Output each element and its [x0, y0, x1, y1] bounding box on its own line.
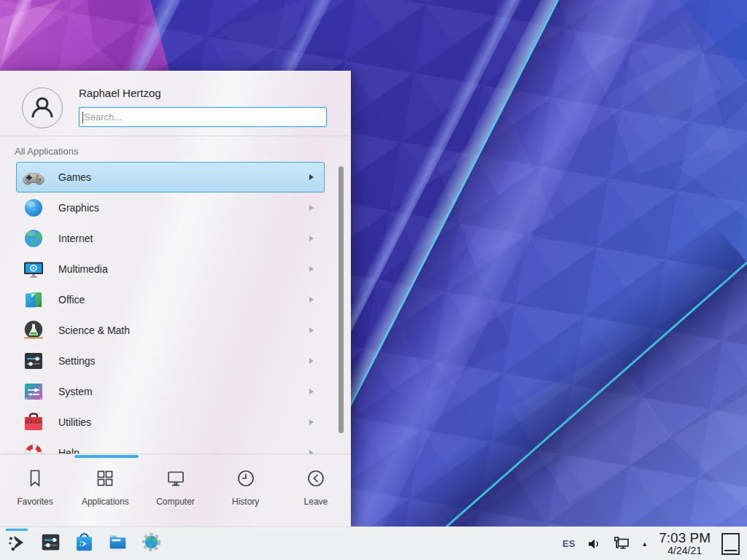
web-browser-button[interactable] — [140, 532, 162, 556]
shopping-bag-icon — [74, 531, 95, 556]
category-label: Games — [58, 171, 91, 183]
submenu-arrow-icon — [309, 419, 314, 425]
kickoff-icon — [7, 532, 27, 556]
footer-divider — [0, 454, 351, 454]
category-help[interactable]: Help — [16, 438, 325, 454]
keyboard-layout-indicator[interactable]: ES — [562, 538, 575, 549]
header-divider — [0, 136, 351, 136]
tab-label: Computer — [156, 497, 195, 507]
submenu-arrow-icon — [309, 205, 314, 211]
tab-label: History — [232, 497, 259, 507]
system-settings-button[interactable] — [39, 532, 61, 556]
category-science-math[interactable]: Science & Math — [16, 315, 325, 346]
text-cursor — [82, 112, 83, 123]
globe-gear-icon — [141, 532, 162, 556]
application-launcher-menu: Raphael Hertzog All Applications — [0, 71, 351, 526]
file-manager-button[interactable] — [107, 532, 128, 556]
taskbar: ES ▲ 7:03 PM 4/24/21 — [0, 526, 747, 560]
category-list: Games Graphics — [0, 162, 351, 454]
tab-applications[interactable]: Applications — [70, 468, 140, 526]
submenu-arrow-icon — [309, 174, 314, 180]
category-games[interactable]: Games — [16, 162, 325, 192]
submenu-arrow-icon — [309, 266, 314, 272]
bookmark-icon — [25, 468, 45, 491]
category-multimedia[interactable]: Multimedia — [16, 254, 325, 284]
system-icon — [22, 380, 45, 403]
category-label: Office — [58, 294, 85, 306]
section-label: All Applications — [15, 146, 78, 157]
leave-icon — [306, 468, 326, 491]
category-label: Graphics — [58, 202, 99, 214]
history-icon — [236, 468, 256, 491]
grid-icon — [95, 468, 115, 491]
computer-icon — [166, 468, 186, 491]
submenu-arrow-icon — [309, 297, 314, 303]
system-tray: ES ▲ 7:03 PM 4/24/21 — [562, 531, 740, 556]
submenu-arrow-icon — [309, 389, 314, 394]
desktop: Raphael Hertzog All Applications — [0, 0, 747, 560]
tab-label: Favorites — [17, 497, 53, 507]
application-launcher-button[interactable] — [6, 532, 28, 556]
multimedia-icon — [22, 257, 45, 281]
category-label: System — [58, 386, 93, 397]
category-label: Multimedia — [58, 263, 108, 275]
science-icon — [22, 319, 45, 342]
launcher-tab-bar: Favorites Applications C — [0, 458, 351, 526]
search-input[interactable] — [79, 107, 327, 127]
help-icon — [22, 441, 45, 454]
submenu-arrow-icon — [309, 358, 314, 364]
category-label: Help — [58, 447, 80, 454]
clock-date: 4/24/21 — [659, 545, 711, 556]
volume-icon[interactable] — [586, 536, 602, 552]
digital-clock[interactable]: 7:03 PM 4/24/21 — [659, 531, 711, 556]
category-label: Settings — [58, 355, 96, 367]
discover-button[interactable] — [73, 532, 95, 556]
gamepad-icon — [22, 166, 45, 189]
tab-label: Applications — [82, 497, 129, 507]
category-internet[interactable]: Internet — [16, 223, 325, 254]
settings-icon — [22, 349, 45, 373]
category-label: Science & Math — [58, 324, 130, 336]
category-utilities[interactable]: Utilities — [16, 407, 325, 438]
category-system[interactable]: System — [16, 376, 325, 407]
show-desktop-button[interactable] — [721, 533, 740, 555]
clock-time: 7:03 PM — [659, 531, 711, 545]
submenu-arrow-icon — [309, 236, 314, 241]
utilities-icon — [22, 411, 45, 434]
category-settings[interactable]: Settings — [16, 346, 325, 376]
tab-history[interactable]: History — [211, 468, 281, 526]
office-icon — [22, 288, 45, 311]
user-name: Raphael Hertzog — [79, 87, 161, 99]
category-graphics[interactable]: Graphics — [16, 192, 325, 223]
globe-icon — [22, 227, 45, 250]
category-label: Utilities — [58, 416, 91, 428]
tab-favorites[interactable]: Favorites — [0, 468, 70, 526]
category-office[interactable]: Office — [16, 284, 325, 315]
graphics-ball-icon — [22, 196, 45, 219]
category-label: Internet — [58, 233, 93, 244]
submenu-arrow-icon — [309, 327, 314, 333]
tab-computer[interactable]: Computer — [140, 468, 210, 526]
expand-caret-icon[interactable]: ▲ — [641, 540, 648, 548]
settings-sliders-icon — [40, 532, 61, 556]
scrollbar-thumb[interactable] — [338, 166, 344, 433]
folder-icon — [107, 532, 128, 555]
tab-leave[interactable]: Leave — [281, 468, 351, 526]
network-icon[interactable] — [613, 536, 630, 552]
tab-label: Leave — [304, 497, 328, 507]
user-avatar-icon[interactable] — [22, 88, 63, 128]
